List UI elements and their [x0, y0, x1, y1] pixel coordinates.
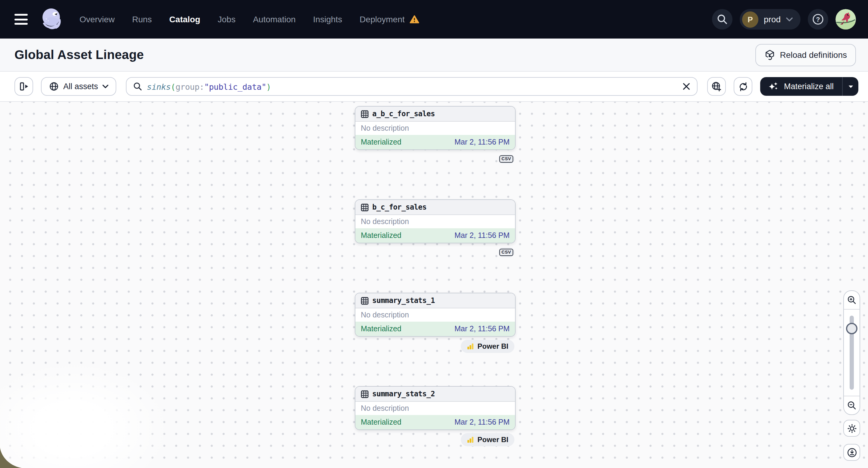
nav-item-catalog[interactable]: Catalog — [169, 14, 200, 24]
download-graph-button[interactable] — [843, 444, 860, 461]
asset-node-summary-stats-2[interactable]: summary_stats_2 No description Materiali… — [355, 386, 516, 430]
asset-status-row: Materialized Mar 2, 11:56 PM — [355, 135, 515, 149]
table-icon — [361, 203, 369, 211]
zoom-out-button[interactable] — [844, 396, 860, 414]
asset-description: No description — [355, 122, 515, 135]
table-icon — [361, 110, 369, 118]
sync-icon — [738, 81, 749, 92]
asset-status-row: Materialized Mar 2, 11:56 PM — [355, 322, 515, 336]
query-field: group — [176, 82, 199, 91]
asset-name: summary_stats_2 — [372, 390, 435, 398]
table-icon — [361, 390, 369, 398]
asset-name: summary_stats_1 — [372, 297, 435, 305]
powerbi-icon — [467, 436, 474, 443]
kind-tag-powerbi: Power BI — [461, 340, 515, 353]
close-icon — [683, 83, 691, 90]
materialize-all-split-button: Materialize all — [761, 77, 858, 96]
nav-item-deployment-label: Deployment — [360, 14, 404, 24]
environment-initial: P — [742, 11, 758, 27]
page-header: Global Asset Lineage Reload definitions — [0, 38, 868, 72]
search-icon — [717, 14, 727, 25]
nav-item-overview[interactable]: Overview — [80, 14, 115, 24]
top-navbar: Overview Runs Catalog Jobs Automation In… — [0, 0, 868, 38]
asset-scope-label: All assets — [63, 82, 98, 91]
materialize-options-button[interactable] — [843, 77, 858, 96]
panel-toggle-icon — [18, 81, 30, 92]
csv-icon: CSV — [500, 156, 513, 163]
reload-cube-icon — [764, 50, 775, 60]
user-avatar-image — [835, 9, 856, 30]
globe-plus-icon — [711, 81, 722, 92]
asset-status-row: Materialized Mar 2, 11:56 PM — [355, 228, 515, 243]
asset-selection-query: sinks(group:"public_data") — [147, 82, 271, 91]
zoom-out-icon — [847, 401, 857, 410]
nav-item-automation[interactable]: Automation — [253, 14, 296, 24]
user-avatar[interactable] — [835, 9, 856, 30]
help-button[interactable]: ? — [808, 9, 828, 30]
kind-tag-csv: CSV — [498, 154, 515, 164]
asset-selection-input[interactable]: sinks(group:"public_data") — [126, 77, 698, 96]
asset-node-a-b-c-for-sales[interactable]: a_b_c_for_sales No description Materiali… — [355, 106, 516, 150]
nav-links: Overview Runs Catalog Jobs Automation In… — [80, 14, 419, 24]
materialize-all-button[interactable]: Materialize all — [761, 77, 842, 96]
query-colon: : — [199, 82, 204, 91]
table-icon — [361, 297, 369, 305]
asset-node-summary-stats-1[interactable]: summary_stats_1 No description Materiali… — [355, 293, 516, 337]
chevron-down-icon — [102, 84, 108, 89]
asset-node-b-c-for-sales[interactable]: b_c_for_sales No description Materialize… — [355, 199, 516, 243]
clear-search-button[interactable] — [683, 83, 691, 90]
reload-definitions-button[interactable]: Reload definitions — [755, 44, 856, 66]
hamburger-menu-icon[interactable] — [14, 14, 28, 25]
globe-icon — [49, 81, 59, 92]
asset-description: No description — [355, 308, 515, 322]
download-icon — [847, 447, 857, 458]
csv-icon: CSV — [500, 249, 513, 256]
query-paren-close: ) — [266, 82, 271, 91]
reload-definitions-label: Reload definitions — [780, 50, 847, 60]
refresh-button[interactable] — [734, 77, 753, 96]
zoom-in-button[interactable] — [844, 291, 860, 309]
search-icon — [133, 82, 142, 91]
view-scope-button[interactable] — [708, 77, 726, 96]
environment-switcher[interactable]: P prod — [740, 9, 801, 30]
query-value: "public_data" — [204, 82, 266, 91]
asset-status: Materialized — [361, 231, 401, 240]
zoom-slider-thumb[interactable] — [846, 323, 858, 334]
asset-node-header: summary_stats_1 — [355, 293, 515, 308]
asset-description: No description — [355, 215, 515, 228]
chevron-down-icon — [848, 85, 853, 88]
canvas-vignette — [0, 342, 199, 468]
asset-name: b_c_for_sales — [372, 203, 427, 211]
help-icon: ? — [812, 13, 824, 25]
kind-tag-powerbi: Power BI — [461, 433, 515, 446]
nav-item-deployment[interactable]: Deployment — [360, 14, 419, 24]
nav-right: P prod ? — [712, 9, 856, 30]
search-button[interactable] — [712, 9, 733, 30]
nav-item-runs[interactable]: Runs — [132, 14, 152, 24]
asset-description: No description — [355, 402, 515, 415]
asset-status: Materialized — [361, 418, 401, 427]
asset-status-row: Materialized Mar 2, 11:56 PM — [355, 415, 515, 430]
zoom-slider[interactable] — [844, 309, 860, 396]
query-function: sinks — [147, 82, 171, 91]
powerbi-label: Power BI — [477, 435, 508, 444]
graph-settings-button[interactable] — [843, 420, 860, 437]
gear-icon — [847, 423, 857, 433]
nav-item-jobs[interactable]: Jobs — [218, 14, 236, 24]
sparkles-icon — [769, 82, 779, 91]
asset-name: a_b_c_for_sales — [372, 110, 435, 118]
asset-timestamp: Mar 2, 11:56 PM — [455, 138, 509, 146]
asset-node-header: a_b_c_for_sales — [355, 106, 515, 122]
asset-timestamp: Mar 2, 11:56 PM — [455, 325, 509, 333]
asset-scope-dropdown[interactable]: All assets — [41, 77, 116, 96]
dagster-logo-icon[interactable] — [39, 7, 64, 32]
asset-timestamp: Mar 2, 11:56 PM — [455, 231, 509, 240]
query-paren-open: ( — [171, 82, 176, 91]
chevron-down-icon — [786, 17, 793, 21]
app: Overview Runs Catalog Jobs Automation In… — [0, 0, 868, 468]
open-panel-button[interactable] — [14, 77, 33, 96]
nav-item-insights[interactable]: Insights — [313, 14, 342, 24]
zoom-in-icon — [847, 295, 857, 305]
svg-text:?: ? — [816, 15, 820, 23]
lineage-canvas[interactable]: a_b_c_for_sales No description Materiali… — [0, 102, 868, 468]
